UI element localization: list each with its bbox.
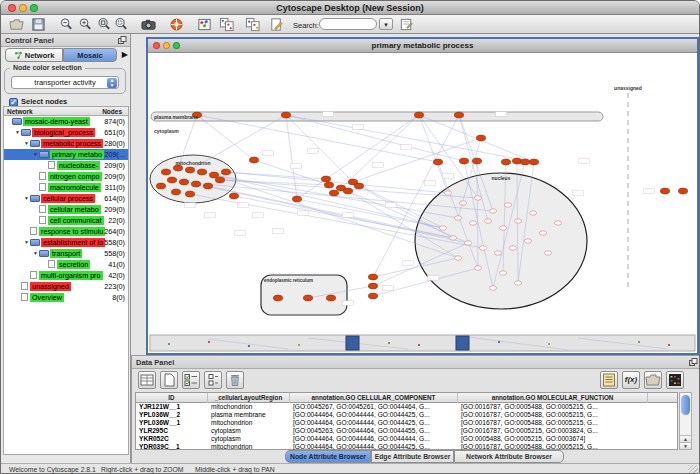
network-node[interactable] xyxy=(303,295,312,301)
search-options-icon[interactable] xyxy=(399,17,414,32)
network-node[interactable] xyxy=(460,201,467,205)
scroll-up-arrow[interactable]: ▲ xyxy=(680,435,691,442)
tree-row[interactable]: cellular metabo209(0) xyxy=(4,204,128,215)
minimize-button[interactable] xyxy=(19,4,27,12)
scrollbar-thumb[interactable] xyxy=(681,395,690,415)
float-panel-icon[interactable] xyxy=(118,36,127,45)
network-node[interactable] xyxy=(480,246,487,250)
network-node[interactable] xyxy=(515,281,522,285)
network-node[interactable] xyxy=(368,283,377,289)
tree-row[interactable]: ▼metabolic process280(0) xyxy=(4,138,128,149)
network-node[interactable] xyxy=(209,172,218,178)
tree-row[interactable]: Overview8(0) xyxy=(4,292,128,303)
import-attributes-icon[interactable] xyxy=(644,371,662,389)
network-node[interactable] xyxy=(203,183,212,189)
data-panel-float-icon[interactable] xyxy=(689,358,698,367)
save-session-icon[interactable] xyxy=(31,17,46,32)
network-node[interactable] xyxy=(221,169,230,175)
tree-row[interactable]: response to stimulu264(0) xyxy=(4,226,128,237)
network-node[interactable] xyxy=(273,295,282,301)
search-input[interactable] xyxy=(319,18,377,30)
attribute-notes-icon[interactable] xyxy=(600,371,618,389)
network-node[interactable] xyxy=(185,167,194,173)
zoom-in-icon[interactable] xyxy=(78,17,93,32)
tab-network-attribute-browser[interactable]: Network Attribute Browser xyxy=(454,450,564,463)
network-node[interactable] xyxy=(530,211,537,215)
column-header[interactable]: _cellularLayoutRegion xyxy=(208,393,290,403)
annotation-icon[interactable] xyxy=(269,17,284,32)
network-node[interactable] xyxy=(440,226,447,230)
view-close-button[interactable] xyxy=(153,42,160,49)
network-node[interactable] xyxy=(660,188,669,194)
network-node[interactable] xyxy=(156,183,165,189)
open-session-icon[interactable] xyxy=(9,17,24,32)
network-canvas[interactable]: plasma membranecytoplasmmitochondrionnuc… xyxy=(148,53,697,353)
search-dropdown-button[interactable]: ▼ xyxy=(379,18,393,30)
network-node[interactable] xyxy=(505,203,512,207)
column-header[interactable]: annotation.GO MOLECULAR_FUNCTION xyxy=(458,393,648,403)
network-node[interactable] xyxy=(215,177,224,183)
network-node[interactable] xyxy=(455,256,462,260)
network-node[interactable] xyxy=(343,188,352,194)
table-row[interactable]: YJR121W__1mitochondrion[GO:0045267, GO:0… xyxy=(136,403,677,411)
table-row[interactable]: YKR052Ccytoplasm[GO:0044464, GO:0044446,… xyxy=(136,435,677,443)
network-node[interactable] xyxy=(249,157,258,163)
network-node[interactable] xyxy=(368,293,377,299)
network-node[interactable] xyxy=(292,196,301,202)
network-node[interactable] xyxy=(354,183,363,189)
help-icon[interactable] xyxy=(169,17,184,32)
table-row[interactable]: YLR295Ccytoplasm[GO:0045263, GO:0044464,… xyxy=(136,427,677,435)
node-color-dropdown[interactable]: transporter activity ▲▼ xyxy=(11,76,119,89)
scroll-down-arrow[interactable]: ▼ xyxy=(680,442,691,449)
table-row[interactable]: YPL036W__2plasma membrane[GO:0044464, GO… xyxy=(136,411,677,419)
tab-mosaic[interactable]: Mosaic xyxy=(63,48,117,62)
network-node[interactable] xyxy=(512,158,521,164)
network-node[interactable] xyxy=(678,188,687,194)
network-node[interactable] xyxy=(450,236,457,240)
network-node[interactable] xyxy=(324,182,333,188)
zoom-fit-icon[interactable] xyxy=(97,17,112,32)
attribute-select-icon[interactable] xyxy=(204,371,222,389)
network-node[interactable] xyxy=(433,159,442,165)
network-node[interactable] xyxy=(454,112,463,118)
network-node[interactable] xyxy=(476,135,485,141)
tree-row[interactable]: ▼primary metabo209(... xyxy=(4,149,128,160)
delete-attribute-icon[interactable] xyxy=(226,371,244,389)
network-node[interactable] xyxy=(185,191,194,197)
network-node[interactable] xyxy=(555,221,562,225)
view-zoom-button[interactable] xyxy=(173,42,180,49)
merge-attributes-icon[interactable] xyxy=(245,17,260,32)
network-node[interactable] xyxy=(161,169,170,175)
tree-row[interactable]: secretion41(0) xyxy=(4,259,128,270)
zoom-out-icon[interactable] xyxy=(59,17,74,32)
formula-builder-icon[interactable]: f(x) xyxy=(622,371,640,389)
tree-row[interactable]: unassigned223(0) xyxy=(4,281,128,292)
view-minimize-button[interactable] xyxy=(163,42,170,49)
network-node[interactable] xyxy=(501,159,510,165)
attribute-batch-edit-icon[interactable] xyxy=(182,371,200,389)
attribute-matrix-icon[interactable] xyxy=(666,371,684,389)
network-node[interactable] xyxy=(197,169,206,175)
network-node[interactable] xyxy=(191,181,200,187)
vizmapper-icon[interactable] xyxy=(197,17,212,32)
network-node[interactable] xyxy=(470,221,477,225)
column-header[interactable]: ID xyxy=(136,393,208,403)
tabs-overflow-arrow[interactable]: ▶ xyxy=(122,50,128,59)
tree-row[interactable]: ▼transport558(0) xyxy=(4,248,128,259)
network-node[interactable] xyxy=(179,179,188,185)
network-node[interactable] xyxy=(414,112,423,118)
network-node[interactable] xyxy=(455,216,462,220)
network-node[interactable] xyxy=(510,246,517,250)
network-node[interactable] xyxy=(475,196,482,200)
network-node[interactable] xyxy=(326,295,335,301)
network-node[interactable] xyxy=(465,241,472,245)
network-node[interactable] xyxy=(281,112,290,118)
new-attribute-icon[interactable] xyxy=(160,371,178,389)
network-node[interactable] xyxy=(368,274,377,280)
tree-row[interactable]: ▼establishment of lo558(0) xyxy=(4,237,128,248)
column-header[interactable]: annotation.GO CELLULAR_COMPONENT xyxy=(290,393,458,403)
network-node[interactable] xyxy=(445,191,452,195)
tree-row[interactable]: ▼biological_process651(0) xyxy=(4,127,128,138)
zoom-selected-icon[interactable] xyxy=(114,17,129,32)
network-node[interactable] xyxy=(495,251,502,255)
